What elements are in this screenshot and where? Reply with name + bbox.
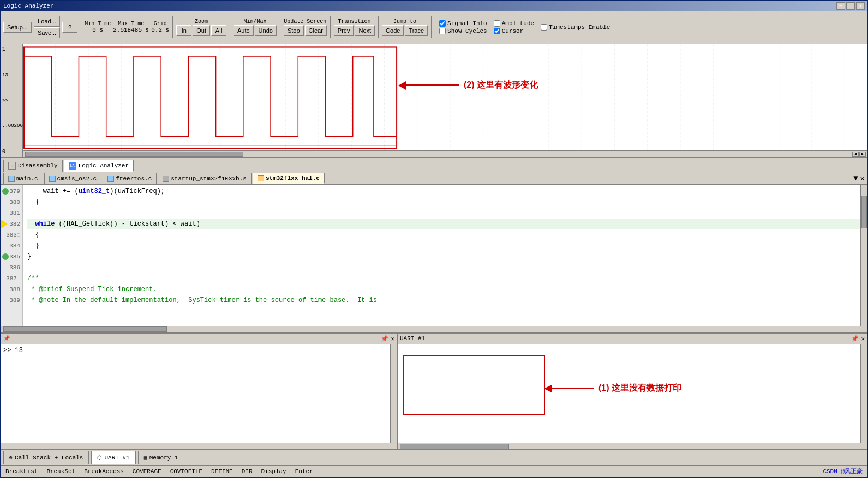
code-button[interactable]: Code [382,25,404,36]
gutter-384: 384 [1,240,22,251]
uart-panel: UART #1 📌 ✕ (1) 这里没有数据打印 [398,334,867,450]
debug-panel-content[interactable]: >> 13 [1,344,390,443]
tab-call-stack[interactable]: ⚙ Call Stack + Locals [3,451,89,464]
window-title: Logic Analyzer [3,3,53,9]
status-bar: BreakList BreakSet BreakAccess COVERAGE … [1,465,867,477]
uart-vscrollbar[interactable] [860,344,867,443]
tab-logic-analyzer[interactable]: LA Logic Analyzer [64,160,134,172]
gutter-389: 389 [1,295,22,306]
file-tab-startup[interactable]: startup_stm32f103xb.s [158,173,252,184]
min-time-val: 0 s [92,27,103,33]
cursor-checkbox[interactable] [494,28,500,34]
close-button[interactable]: ✕ [856,2,865,10]
status-define[interactable]: DEFINE [211,468,233,475]
status-break-access[interactable]: BreakAccess [84,468,124,475]
gutter-379: 379 [1,186,22,197]
code-hscrollbar[interactable] [1,326,867,332]
prev-button[interactable]: Prev [334,25,354,36]
zoom-all-button[interactable]: All [211,25,226,36]
status-items: BreakList BreakSet BreakAccess COVERAGE … [5,468,313,475]
tab-uart[interactable]: ⬡ UART #1 [91,451,135,464]
uart-close-btn[interactable]: ✕ [861,335,865,342]
amplitude-label: Amplitude [502,20,534,27]
memory-label: Memory 1 [149,455,178,461]
debug-vscrollbar[interactable] [390,344,397,443]
zoom-in-button[interactable]: In [176,25,191,36]
gutter-382: 382 [1,219,22,229]
maximize-button[interactable]: □ [846,2,855,10]
save-button[interactable]: Save... [34,27,60,38]
clear-button[interactable]: Clear [305,25,327,36]
file-tab-cmsis[interactable]: cmsis_os2.c [44,173,102,184]
scroll-left-btn[interactable]: ◄ [852,152,859,157]
memory-icon: ▦ [144,455,147,461]
code-line-384: } [27,240,860,251]
bottom-tab-bar: ⚙ Call Stack + Locals ⬡ UART #1 ▦ Memory… [1,449,867,465]
breakpoint-385[interactable] [2,253,9,260]
fold-387[interactable]: □ [17,276,20,282]
amplitude-checkbox[interactable] [494,20,500,27]
code-vscrollbar[interactable] [860,185,867,326]
debug-pin-btn[interactable]: 📌 [381,335,388,342]
code-line-387: /** [27,273,860,284]
tab-disassembly[interactable]: D Disassembly [3,160,63,172]
tab-memory[interactable]: ▦ Memory 1 [138,451,184,464]
uart-hscrollbar[interactable] [398,443,867,449]
breakpoint-379[interactable] [2,188,9,195]
undo-button[interactable]: Undo [255,25,277,36]
code-line-382: while ((HAL_GetTick() - tickstart) < wai… [27,219,860,229]
file-tab-freertos[interactable]: freertos.c [103,173,157,184]
status-dir[interactable]: DIR [242,468,253,475]
gutter-381: 381 [1,208,22,219]
debug-panel: 📌 📌 ✕ >> 13 [1,334,398,450]
waveform-left-labels: 1 13 >> ..002000() 0 [1,44,23,158]
uart-inner[interactable]: (1) 这里没有数据打印 [398,344,860,443]
file-tab-hal[interactable]: stm32f1xx_hal.c [253,173,325,184]
transition-label: Transition [338,19,370,25]
code-content[interactable]: wait += (uint32_t)(uwTickFreq); } while … [23,185,860,326]
fold-383[interactable]: □ [17,232,20,238]
status-display[interactable]: Display [261,468,286,475]
code-line-381 [27,208,860,219]
trace-button[interactable]: Trace [405,25,428,36]
jump-to-label: Jump to [393,19,416,25]
status-break-set[interactable]: BreakSet [46,468,75,475]
waveform-hscrollbar[interactable]: ◄ ► [23,150,867,157]
waveform-area[interactable]: 0 s 0 s 0 s 3 s 6 s (2) 这里有波形变化 [23,44,867,158]
next-button[interactable]: Next [355,25,375,36]
status-covtofile[interactable]: COVTOFILE [170,468,202,475]
debug-hscrollbar[interactable] [1,443,397,449]
uart-label: UART #1 [104,455,129,461]
auto-button[interactable]: Auto [234,25,254,36]
code-line-380: } [27,197,860,208]
uart-pin-btn[interactable]: 📌 [851,335,859,342]
window-title-bar: Logic Analyzer ─ □ ✕ [1,1,867,11]
timestamps-checkbox[interactable] [541,24,547,31]
status-break-list[interactable]: BreakList [5,468,38,475]
help-button[interactable]: ? [62,22,77,33]
file-tab-main-c[interactable]: main.c [3,173,43,184]
close-editor-btn[interactable]: ✕ [860,174,865,183]
file-icon-main [8,176,15,182]
load-button[interactable]: Load... [34,16,60,27]
gutter-386: 386 [1,262,22,273]
signal-info-checkbox[interactable] [439,20,446,27]
show-cycles-checkbox[interactable] [439,28,446,34]
timestamps-label: Timestamps Enable [549,24,610,31]
logic-analyzer-icon: LA [69,162,76,170]
stop-button[interactable]: Stop [284,25,304,36]
minimize-button[interactable]: ─ [836,2,845,10]
max-time-label: Max Time [118,21,144,27]
status-coverage[interactable]: COVERAGE [133,468,161,475]
setup-button[interactable]: Setup... [3,22,32,33]
debug-close-btn[interactable]: ✕ [391,335,394,342]
waveform-annotation-text: (2) 这里有波形变化 [464,80,538,91]
status-enter[interactable]: Enter [295,468,313,475]
file-icon-cmsis [49,176,56,182]
current-line-indicator [1,220,8,228]
scroll-right-btn[interactable]: ► [859,152,866,157]
gutter-380: 380 [1,197,22,208]
zoom-out-button[interactable]: Out [193,25,210,36]
close-tab-btn[interactable]: ▼ [853,174,858,183]
uart-annotation: (1) 这里没有数据打印 [550,383,681,394]
